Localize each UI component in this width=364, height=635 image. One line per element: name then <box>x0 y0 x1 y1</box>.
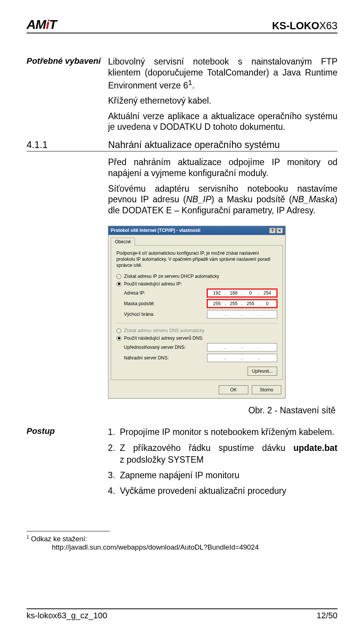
mask-oct-1: 255 <box>212 301 222 306</box>
nb-ip: NB_IP <box>186 194 211 204</box>
step-1: Propojíme IP monitor s notebookem křížen… <box>118 426 337 438</box>
s2f: z podsložky SYSTEM <box>120 455 204 465</box>
logo-part-t: T <box>49 17 56 32</box>
footnote-sup: 1 <box>27 534 29 540</box>
logo-part-am: AM <box>27 17 46 32</box>
radio-icon <box>116 328 121 333</box>
dialog-titlebar[interactable]: Protokol sítě Internet (TCP/IP) - vlastn… <box>108 226 285 235</box>
radio-icon <box>116 274 121 279</box>
doc-id-suffix: X63 <box>319 20 337 32</box>
input-mask[interactable]: 255. 255. 255. 0 <box>207 299 277 308</box>
tab-general[interactable]: Obecné <box>111 238 135 246</box>
label-mask: Maska podsítě: <box>124 301 207 306</box>
s2b: příkazového <box>133 442 180 454</box>
content: Potřebné vybavení Libovolný servisní not… <box>27 56 337 551</box>
page-footer: ks-lokox63_g_cz_100 12/50 <box>27 608 337 621</box>
radio-icon-selected <box>116 282 121 287</box>
p1-dot: . <box>192 80 195 90</box>
footnote-separator <box>27 531 110 531</box>
paragraph-equipment: Libovolný servisní notebook s nainstalov… <box>108 56 337 91</box>
doc-id: KS-LOKOX63 <box>272 20 337 32</box>
dialog-panel: Podporuje-li síť automatickou konfigurac… <box>111 245 283 380</box>
mask-oct-2: 255 <box>228 301 239 306</box>
divider <box>116 323 277 323</box>
dialog-description: Podporuje-li síť automatickou konfigurac… <box>116 250 277 269</box>
footnote-ref-1: 1 <box>188 79 192 87</box>
input-ip[interactable]: 192. 168. 0. 254 <box>207 289 277 297</box>
radio-static-ip[interactable]: Použít následující adresu IP: <box>116 281 277 287</box>
cancel-button[interactable]: Storno <box>252 385 281 394</box>
radio-icon-selected <box>116 336 121 341</box>
label-gateway: Výchozí brána: <box>124 312 207 317</box>
section-number: 4.1.1 <box>27 139 108 150</box>
ok-button[interactable]: OK <box>219 385 248 394</box>
update-bat: update.bat <box>293 442 337 454</box>
input-dns1[interactable]: ... <box>207 343 277 351</box>
paragraph-prep: Před nahráním aktualizace odpojíme IP mo… <box>108 157 337 179</box>
footer-left: ks-lokox63_g_cz_100 <box>27 611 107 621</box>
paragraph-cable: Křížený ethernetový kabel. <box>108 95 337 106</box>
radio-dns-auto: Získat adresu serveru DNS automaticky <box>116 328 277 333</box>
field-dns2: Náhradní server DNS: ... <box>116 354 277 362</box>
dialog-title: Protokol sítě Internet (TCP/IP) - vlastn… <box>111 228 201 233</box>
mask-oct-4: 0 <box>262 301 273 306</box>
ip-oct-2: 168 <box>228 290 239 296</box>
ip-oct-3: 0 <box>245 290 256 296</box>
nb-maska: NB_Maska <box>292 194 334 204</box>
step-3: Zapneme napájení IP monitoru <box>118 470 337 481</box>
p1-text: Libovolný servisní notebook s nainstalov… <box>108 57 337 90</box>
label-dns2: Náhradní server DNS: <box>124 355 207 361</box>
p5c: ) a Masku podsítě ( <box>211 194 292 204</box>
margin-label-procedure: Postup <box>27 426 108 500</box>
doc-id-main: KS-LOKO <box>272 20 319 32</box>
margin-label-equipment: Potřebné vybavení <box>27 56 108 137</box>
radio-static-label: Použít následující adresu IP: <box>124 281 182 287</box>
step-2: Z příkazového řádku spustíme dávku updat… <box>118 442 337 466</box>
step-4: Vyčkáme provedení aktualizační procedury <box>118 485 337 497</box>
field-mask: Maska podsítě: 255. 255. 255. 0 <box>116 299 277 308</box>
radio-dns-auto-label: Získat adresu serveru DNS automaticky <box>124 328 204 333</box>
s2d: spustíme <box>219 442 254 454</box>
section-heading: 4.1.1 Nahrání aktualizace operačního sys… <box>27 139 337 151</box>
figure-tcpip-dialog: Protokol sítě Internet (TCP/IP) - vlastn… <box>108 226 337 399</box>
ip-oct-4: 254 <box>262 290 273 296</box>
section-title: Nahrání aktualizace operačního systému <box>108 139 337 150</box>
procedure-list: Propojíme IP monitor s notebookem křížen… <box>108 426 337 496</box>
radio-dhcp-label: Získat adresu IP ze serveru DHCP automat… <box>124 274 219 279</box>
mask-oct-3: 255 <box>245 301 256 306</box>
logo: AMiT <box>27 17 56 32</box>
tcpip-dialog: Protokol sítě Internet (TCP/IP) - vlastn… <box>108 226 286 399</box>
s2a: Z <box>120 442 125 454</box>
close-icon[interactable]: × <box>276 228 283 233</box>
advanced-button[interactable]: Upřesnit... <box>248 367 277 376</box>
radio-dhcp[interactable]: Získat adresu IP ze serveru DHCP automat… <box>116 274 277 279</box>
radio-dns-static[interactable]: Použít následující adresy serverů DNS: <box>116 336 277 341</box>
paragraph-version: Aktuální verze aplikace a aktualizace op… <box>108 111 337 133</box>
tab-strip: Obecné <box>108 235 285 245</box>
paragraph-network: Síťovému adaptéru servisního notebooku n… <box>108 183 337 216</box>
page-header: AMiT KS-LOKOX63 <box>27 17 337 33</box>
radio-dns-static-label: Použít následující adresy serverů DNS: <box>124 336 203 341</box>
label-dns1: Upřednostňovaný server DNS: <box>124 345 207 350</box>
footnote-label: Odkaz ke stažení: <box>29 535 87 543</box>
field-ip: Adresa IP: 192. 168. 0. 254 <box>116 289 277 297</box>
field-gateway: Výchozí brána: ... <box>116 310 277 318</box>
field-dns1: Upřednostňovaný server DNS: ... <box>116 343 277 351</box>
help-icon[interactable]: ? <box>269 228 276 233</box>
figure-caption: Obr. 2 - Nastavení sítě <box>27 405 337 416</box>
ip-oct-1: 192 <box>212 290 222 296</box>
input-gateway[interactable]: ... <box>207 310 277 318</box>
s2c: řádku <box>189 442 211 454</box>
footnote-url: http://javadl.sun.com/webapps/download/A… <box>52 543 259 551</box>
label-ip: Adresa IP: <box>124 290 207 296</box>
footnote-1: 1 Odkaz ke stažení: http://javadl.sun.co… <box>27 534 337 551</box>
s2e: dávku <box>262 442 285 454</box>
footer-right: 12/50 <box>317 611 337 621</box>
input-dns2[interactable]: ... <box>207 354 277 362</box>
